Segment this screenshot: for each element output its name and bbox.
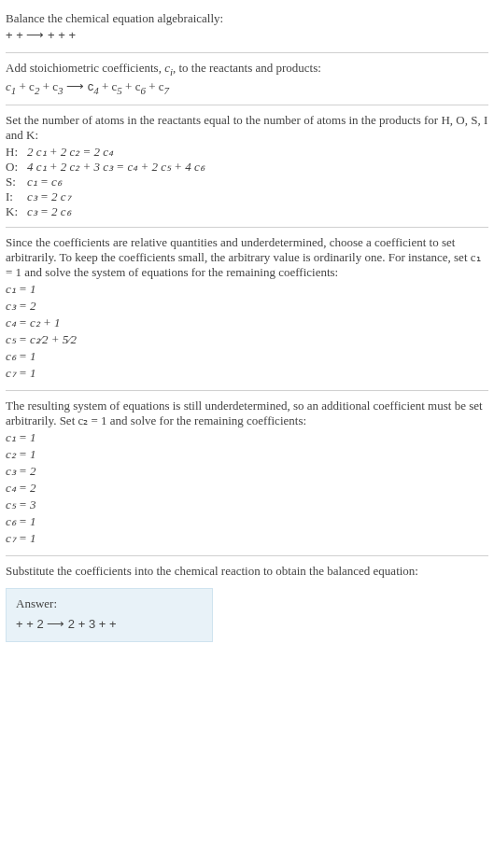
atoms-row: I:c₃ = 2 c₇	[6, 189, 210, 204]
page: Balance the chemical equation algebraica…	[0, 0, 494, 659]
atoms-row-eq: c₁ = c₆	[27, 175, 210, 189]
atoms-row-eq: c₃ = 2 c₇	[27, 189, 210, 204]
under1-text: Since the coefficients are relative quan…	[6, 235, 488, 280]
answer-equation-text: + + 2 ⟶ 2 + 3 + +	[16, 617, 117, 631]
intro-section: Balance the chemical equation algebraica…	[6, 4, 488, 52]
intro-reaction-text: + + ⟶ + + +	[6, 28, 76, 42]
intro-reaction: + + ⟶ + + +	[6, 28, 488, 43]
under1-section: Since the coefficients are relative quan…	[6, 228, 488, 390]
atoms-row-eq: 4 c₁ + 2 c₂ + 3 c₃ = c₄ + 2 c₅ + 4 c₆	[27, 160, 210, 175]
under2-text: The resulting system of equations is sti…	[6, 399, 488, 428]
atoms-table: H:2 c₁ + 2 c₂ = 2 c₄ O:4 c₁ + 2 c₂ + 3 c…	[6, 145, 210, 219]
atoms-row-label: I:	[6, 189, 27, 204]
under2-eq: c₇ = 1	[6, 531, 488, 546]
atoms-row-eq: c₃ = 2 c₆	[27, 204, 210, 219]
atoms-row-eq: 2 c₁ + 2 c₂ = 2 c₄	[27, 145, 210, 160]
se-p4: + c	[99, 79, 118, 93]
under2-eq: c₅ = 3	[6, 497, 488, 512]
under1-eq: c₄ = c₂ + 1	[6, 315, 488, 330]
atoms-row: S:c₁ = c₆	[6, 175, 210, 189]
answer-box: Answer: + + 2 ⟶ 2 + 3 + +	[6, 588, 213, 642]
under2-eq: c₁ = 1	[6, 430, 488, 445]
under2-eq: c₃ = 2	[6, 464, 488, 479]
under1-eq: c₁ = 1	[6, 282, 488, 297]
stoich-text: Add stoichiometric coefficients, ci, to …	[6, 61, 488, 77]
atoms-row: H:2 c₁ + 2 c₂ = 2 c₄	[6, 145, 210, 160]
atoms-section: Set the number of atoms in the reactants…	[6, 105, 488, 227]
se-arrow: ⟶ c	[64, 79, 94, 93]
stoich-text-b: , to the reactants and products:	[173, 61, 321, 75]
under1-eq: c₃ = 2	[6, 299, 488, 314]
stoich-equation: c1 + c2 + c3 ⟶ c4 + c5 + c6 + c7	[6, 79, 488, 96]
answer-equation: + + 2 ⟶ 2 + 3 + +	[16, 617, 203, 632]
stoich-section: Add stoichiometric coefficients, ci, to …	[6, 53, 488, 105]
atoms-row-label: K:	[6, 204, 27, 219]
substitute-text: Substitute the coefficients into the che…	[6, 564, 488, 579]
stoich-text-a: Add stoichiometric coefficients,	[6, 61, 164, 75]
substitute-section: Substitute the coefficients into the che…	[6, 556, 488, 650]
se-p6: + c	[146, 79, 164, 93]
se-c7s: 7	[164, 84, 170, 95]
atoms-row: K:c₃ = 2 c₆	[6, 204, 210, 219]
under2-eq: c₄ = 2	[6, 481, 488, 496]
under2-section: The resulting system of equations is sti…	[6, 391, 488, 555]
under1-eq: c₇ = 1	[6, 366, 488, 381]
under1-eq: c₅ = c₂⁄2 + 5⁄2	[6, 332, 488, 347]
se-p1: + c	[16, 79, 35, 93]
atoms-row-label: H:	[6, 145, 27, 160]
answer-title: Answer:	[16, 596, 203, 611]
se-p5: + c	[122, 79, 141, 93]
intro-line-1: Balance the chemical equation algebraica…	[6, 11, 488, 26]
under2-eq: c₂ = 1	[6, 447, 488, 462]
under1-eq: c₆ = 1	[6, 349, 488, 364]
atoms-text: Set the number of atoms in the reactants…	[6, 113, 488, 143]
under2-eq: c₆ = 1	[6, 514, 488, 529]
atoms-row: O:4 c₁ + 2 c₂ + 3 c₃ = c₄ + 2 c₅ + 4 c₆	[6, 160, 210, 175]
se-p2: + c	[39, 79, 58, 93]
atoms-row-label: O:	[6, 160, 27, 175]
atoms-row-label: S:	[6, 175, 27, 189]
